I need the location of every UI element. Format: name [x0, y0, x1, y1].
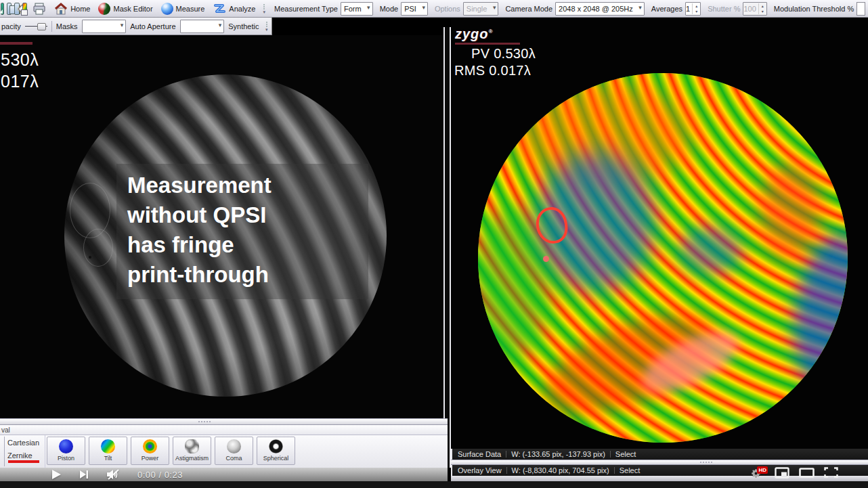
new-window-icon[interactable]	[14, 3, 19, 15]
masks-select[interactable]	[82, 20, 127, 33]
export-icon[interactable]	[1, 3, 4, 15]
zernike-button-label: Piston	[58, 455, 74, 462]
chevron-down-icon: ▾	[265, 28, 268, 31]
zygo-logo-text: zygo	[455, 26, 489, 41]
panel-splitter-vertical[interactable]	[443, 27, 451, 468]
modulation-threshold-label: Modulation Threshold %	[774, 5, 854, 13]
mute-button[interactable]	[106, 469, 120, 480]
mask-editor-icon	[98, 3, 110, 15]
mode-label: Mode	[380, 5, 399, 13]
grip-dots	[700, 462, 712, 463]
zernike-button-tilt[interactable]: Tilt	[89, 437, 127, 465]
play-button[interactable]	[51, 469, 62, 480]
piston-icon	[59, 439, 73, 453]
tab-cartesian[interactable]: Cartesian	[7, 437, 45, 448]
zernike-button-label: Coma	[225, 455, 242, 462]
measurement-type-value: Form	[344, 5, 362, 13]
zernike-button-piston[interactable]: Piston	[47, 437, 85, 465]
zernike-button-coma[interactable]: Coma	[215, 437, 253, 465]
fullscreen-icon	[824, 467, 838, 478]
phase-map-disc[interactable]	[478, 73, 848, 443]
camera-mode-select[interactable]: 2048 x 2048 @ 205Hz	[555, 2, 645, 16]
fullscreen-button[interactable]	[824, 467, 838, 481]
zygo-logo-underline-partial	[0, 42, 32, 45]
status-title: Overlay View	[458, 466, 502, 474]
tab-zernike[interactable]: Zernike	[7, 450, 45, 461]
spinner-arrows: ▴ ▾	[758, 3, 766, 14]
mode-select[interactable]: PSI	[401, 2, 428, 16]
toolbar-overflow-handle[interactable]: ▾	[265, 20, 268, 33]
copy-window-icon[interactable]	[7, 3, 12, 15]
panel-splitter-horizontal[interactable]	[0, 418, 448, 425]
modulation-threshold-field[interactable]	[856, 2, 865, 16]
rms-value: RMS 0.017λ	[454, 63, 531, 79]
slider-thumb[interactable]	[37, 23, 46, 30]
printer-icon	[32, 3, 46, 15]
options-label: Options	[435, 5, 460, 13]
opacity-slider[interactable]	[25, 22, 47, 30]
shutter-value: 100	[743, 5, 758, 13]
divider	[506, 467, 507, 474]
power-icon	[143, 439, 157, 453]
overlay-toolbar: pacity Masks Auto Aperture Synthetic ▾	[0, 18, 272, 35]
mode-value: PSI	[404, 5, 416, 13]
caption-line: has fringe	[127, 230, 357, 260]
measurement-type-select[interactable]: Form	[341, 2, 373, 16]
camera-mode-label: Camera Mode	[505, 5, 552, 13]
auto-aperture-select[interactable]	[180, 20, 225, 33]
theater-button[interactable]	[799, 468, 815, 481]
status-coords: W: (-8,830.40 pix, 704.55 pix)	[512, 466, 609, 474]
zernike-tabs: Cartesian Zernike	[0, 435, 45, 468]
caption-overlay: Measurement without QPSI has fringe prin…	[116, 164, 368, 299]
zernike-panel: Cartesian Zernike Piston Tilt Power Asti…	[0, 435, 448, 468]
time-display: 0:00 / 0:23	[137, 470, 183, 480]
mask-editor-button[interactable]: Mask Editor	[95, 2, 155, 16]
spinner-arrows: ▴ ▾	[692, 3, 700, 14]
spinner-down-icon: ▾	[759, 9, 766, 14]
panel-splitter-horizontal[interactable]	[451, 460, 868, 465]
toolbar-overflow-handle[interactable]: ▾	[263, 2, 265, 16]
status-title: Surface Data	[458, 450, 501, 458]
interferogram-panel: 530λ 017λ Measurement without QPSI has f…	[0, 35, 444, 418]
measurement-type-label: Measurement Type	[274, 5, 338, 13]
home-button[interactable]: Home	[51, 2, 93, 16]
divider	[614, 467, 615, 474]
spinner-up-icon[interactable]: ▴	[693, 3, 700, 9]
mask-editor-label: Mask Editor	[113, 5, 152, 13]
averages-spinner[interactable]: 1 ▴ ▾	[685, 2, 701, 16]
main-toolbar: Home Mask Editor Measure Analyze ▾ Measu…	[0, 0, 868, 18]
spinner-down-icon[interactable]: ▾	[693, 9, 700, 14]
defect-dot	[543, 256, 549, 262]
options-select: Single	[463, 2, 499, 16]
divider	[610, 451, 611, 458]
zernike-button-astigmatism[interactable]: Astigmatism	[173, 437, 211, 465]
status-action[interactable]: Select	[615, 450, 636, 458]
video-letterbox-strip	[0, 481, 868, 488]
options-value: Single	[466, 5, 487, 13]
surface-map-panel: zygo® PV 0.530λ RMS 0.017λ	[451, 18, 868, 449]
auto-aperture-label: Auto Aperture	[130, 22, 175, 30]
miniplayer-button[interactable]	[775, 467, 789, 481]
theater-icon	[799, 468, 815, 478]
bubble-defect	[83, 229, 113, 267]
status-action[interactable]: Select	[620, 466, 641, 474]
home-label: Home	[70, 5, 90, 13]
grip-dots	[198, 421, 211, 422]
zernike-button-label: Power	[142, 455, 159, 462]
analyze-button[interactable]: Analyze	[210, 2, 258, 16]
shutter-label: Shutter %	[708, 5, 740, 13]
spherical-icon	[269, 439, 283, 453]
analyze-label: Analyze	[229, 5, 255, 13]
measure-label: Measure	[176, 5, 205, 13]
zernike-button-power[interactable]: Power	[131, 437, 169, 465]
color-blob-blue	[678, 226, 743, 275]
next-button[interactable]	[79, 470, 89, 479]
print-button[interactable]	[30, 2, 49, 16]
measure-button[interactable]: Measure	[158, 2, 208, 16]
caption-line: without QPSI	[127, 200, 357, 230]
zygo-logo-underline	[455, 43, 520, 45]
miniplayer-icon	[775, 467, 789, 479]
settings-button[interactable]: HD	[750, 468, 765, 480]
colormap-window-icon[interactable]	[22, 3, 27, 15]
zernike-button-spherical[interactable]: Spherical	[257, 437, 295, 465]
